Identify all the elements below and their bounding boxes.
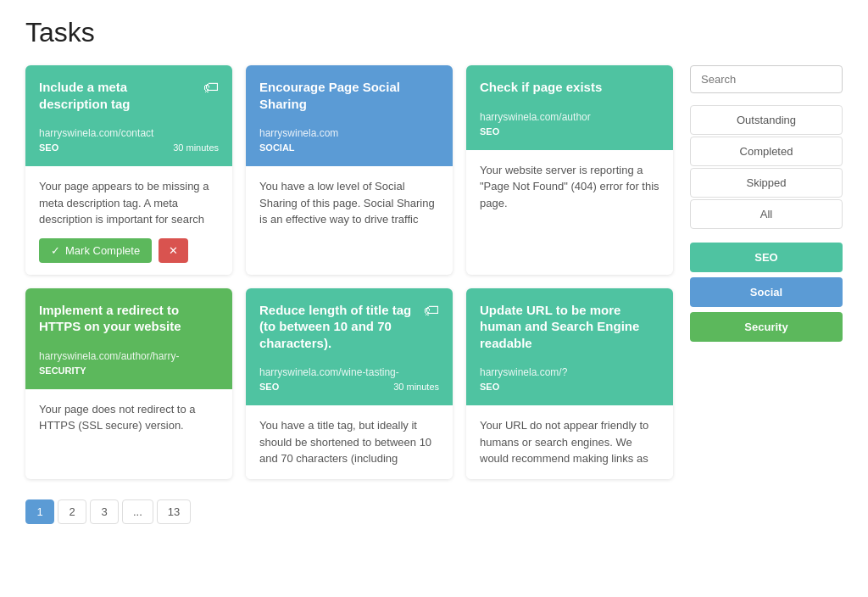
card-url: harryswinela.com [259,127,439,139]
filter-btn-outstanding[interactable]: Outstanding [690,105,843,135]
card-meta: SOCIAL [259,142,439,153]
card-header: Check if page exists harryswinela.com/au… [466,65,673,150]
cancel-icon: ✕ [169,244,178,257]
category-btn-social[interactable]: Social [690,277,843,307]
card-url: harryswinela.com/wine-tasting- [259,366,439,378]
task-card: Implement a redirect to HTTPS on your we… [25,288,232,479]
card-title-row: Check if page exists [480,79,659,96]
card-time: 30 minutes [173,142,219,153]
filter-btn-completed[interactable]: Completed [690,137,843,166]
card-title: Check if page exists [480,79,659,96]
card-title: Reduce length of title tag (to between 1… [259,302,419,352]
category-buttons: SEOSocialSecurity [690,243,843,342]
page-title: Tasks [25,17,843,48]
card-header: Include a meta description tag 🏷 harrysw… [25,65,232,166]
filter-btn-skipped[interactable]: Skipped [690,168,843,198]
card-actions: ✓ Mark Complete ✕ [39,238,219,263]
category-btn-security[interactable]: Security [690,312,843,342]
card-category: SEO [259,382,279,392]
pagination: 123...13 [25,499,673,524]
card-url: harryswinela.com/author/harry- [39,350,219,362]
card-url: harryswinela.com/? [480,366,659,378]
card-title: Include a meta description tag [39,79,198,112]
cancel-button[interactable]: ✕ [159,238,188,263]
card-description: Your website server is reporting a "Page… [480,162,659,212]
card-title-row: Encourage Page Social Sharing [259,79,439,112]
card-description: You have a low level of Social Sharing o… [259,178,439,228]
card-title: Encourage Page Social Sharing [259,79,439,112]
card-category: SEO [39,142,58,153]
search-input[interactable] [690,65,843,93]
card-meta: SEO 30 minutes [259,382,439,392]
card-category: SOCIAL [259,142,295,153]
card-title-row: Update URL to be more human and Search E… [480,302,659,352]
card-title: Update URL to be more human and Search E… [480,302,659,352]
sidebar: OutstandingCompletedSkippedAll SEOSocial… [690,65,843,524]
task-card: Reduce length of title tag (to between 1… [246,288,453,479]
card-header: Update URL to be more human and Search E… [466,288,673,406]
page-btn-3[interactable]: 3 [90,499,119,524]
card-time: 30 minutes [393,382,439,392]
cards-grid: Include a meta description tag 🏷 harrysw… [25,65,673,479]
card-body: Your website server is reporting a "Page… [466,150,673,224]
mark-complete-label: Mark Complete [65,244,140,257]
task-card: Include a meta description tag 🏷 harrysw… [25,65,232,275]
card-category: SEO [480,126,499,137]
page-btn-1[interactable]: 1 [25,499,54,524]
card-category: SECURITY [39,365,86,376]
card-body: Your page does not redirect to a HTTPS (… [25,389,232,446]
task-card: Update URL to be more human and Search E… [466,288,673,479]
card-description: Your URL do not appear friendly to human… [480,417,659,467]
pagination-ellipsis: ... [122,499,153,524]
task-card: Check if page exists harryswinela.com/au… [466,65,673,275]
mark-complete-button[interactable]: ✓ Mark Complete [39,238,152,263]
card-url: harryswinela.com/contact [39,127,219,139]
card-body: Your URL do not appear friendly to human… [466,405,673,479]
tag-icon: 🏷 [203,79,219,97]
category-btn-seo[interactable]: SEO [690,243,843,272]
card-title-row: Include a meta description tag 🏷 [39,79,219,112]
check-icon: ✓ [51,244,60,257]
card-meta: SEO [480,382,659,392]
card-url: harryswinela.com/author [480,111,659,123]
card-description: You have a title tag, but ideally it sho… [259,417,439,467]
card-meta: SEO [480,126,659,137]
card-body: Your page appears to be missing a meta d… [25,166,232,275]
filter-buttons: OutstandingCompletedSkippedAll [690,105,843,229]
card-header: Reduce length of title tag (to between 1… [246,288,453,406]
card-title: Implement a redirect to HTTPS on your we… [39,302,219,335]
card-category: SEO [480,382,499,392]
card-body: You have a title tag, but ideally it sho… [246,405,453,479]
page-btn-2[interactable]: 2 [58,499,86,524]
tag-icon: 🏷 [424,302,439,320]
card-description: Your page appears to be missing a meta d… [39,178,219,228]
card-body: You have a low level of Social Sharing o… [246,166,453,240]
task-card: Encourage Page Social Sharing harryswine… [246,65,453,275]
filter-btn-all[interactable]: All [690,199,843,229]
page-btn-13[interactable]: 13 [157,499,191,524]
card-meta: SECURITY [39,365,219,376]
card-description: Your page does not redirect to a HTTPS (… [39,401,219,434]
card-title-row: Reduce length of title tag (to between 1… [259,302,439,352]
card-title-row: Implement a redirect to HTTPS on your we… [39,302,219,335]
main-content: Include a meta description tag 🏷 harrysw… [25,65,673,524]
card-header: Implement a redirect to HTTPS on your we… [25,288,232,389]
card-meta: SEO 30 minutes [39,142,219,153]
card-header: Encourage Page Social Sharing harryswine… [246,65,453,166]
